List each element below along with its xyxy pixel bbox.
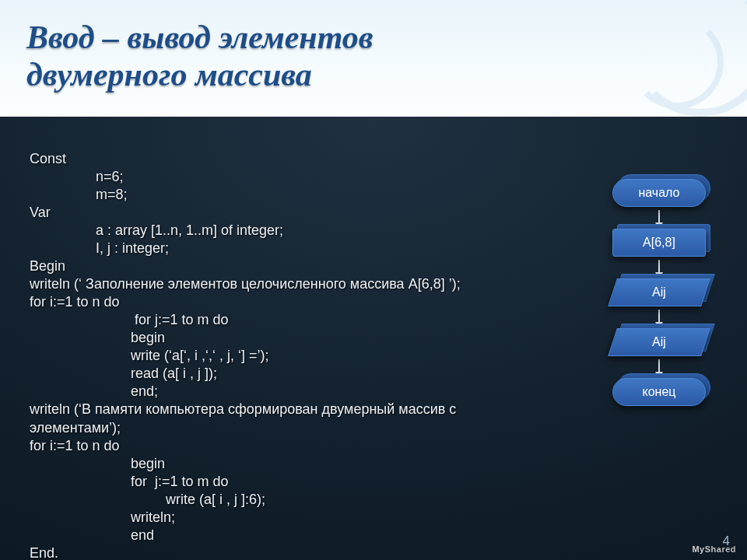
code-line: read (a[ i , j ]); [131,366,217,381]
code-line: end [131,527,154,543]
flow-label: конец [643,385,676,399]
code-line: writeln; [131,509,175,525]
code-line: begin [131,456,165,471]
code-line: a : array [1..n, 1..m] of integer; [96,222,283,238]
code-line: writeln (‘ Заполнение элементов целочисл… [30,276,461,292]
title-line-2: двумерного массива [26,56,747,93]
code-line: m=8; [96,187,128,202]
code-line: for j:=1 to m do [131,474,229,489]
watermark: MyShared [692,544,736,554]
flow-label: Aij [652,285,666,299]
flow-label: A[6,8] [643,236,675,250]
title-line-1: Ввод – вывод элементов [26,19,747,56]
content-panel: Const n=6; m=8; Var a : array [1..n, 1..… [0,117,747,560]
code-line: n=6; [96,169,124,184]
code-line: Begin [30,258,65,274]
flow-node-declare: A[6,8] [612,229,706,257]
code-line: Const [30,151,66,166]
code-line: End. [30,545,58,560]
code-line: end; [131,383,158,399]
code-line: I, j : integer; [96,240,169,256]
flow-node-output: Aij [612,328,706,356]
code-line: for i:=1 to n do [30,294,120,310]
code-line: for i:=1 to n do [30,438,120,453]
code-block: Const n=6; m=8; Var a : array [1..n, 1..… [30,132,461,560]
code-line: Var [30,205,51,220]
flowchart: начало A[6,8] Aij Aij конец [601,179,717,406]
code-line: элементами’); [30,420,121,436]
slide-title: Ввод – вывод элементов двумерного массив… [0,0,747,94]
flow-node-end: конец [612,378,706,406]
code-line: writeln (‘В памяти компьютера сформирова… [30,401,456,417]
flow-label: Aij [652,335,666,349]
code-line: write (a[ i , j ]:6); [166,492,265,507]
code-line: for j:=1 to m do [131,312,229,327]
code-line: begin [131,330,165,345]
flow-node-start: начало [612,179,706,207]
flow-node-input: Aij [612,278,706,306]
code-line: write (‘a[‘, i ,‘,‘ , j, ‘] =’); [131,348,269,363]
flow-label: начало [638,186,679,200]
